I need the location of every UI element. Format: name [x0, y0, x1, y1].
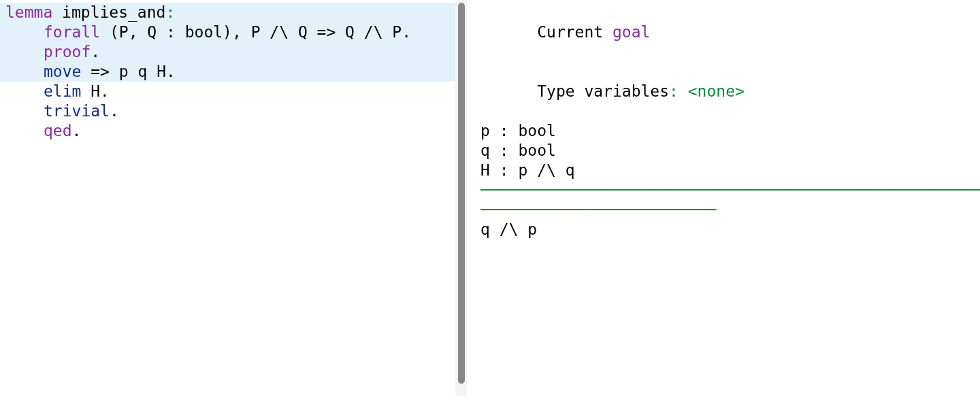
type-variables-line: Type variables: <none> [480, 62, 980, 121]
code-token: trivial [44, 102, 110, 120]
code-token: move [44, 63, 81, 80]
code-token: => p q H. [81, 63, 175, 80]
code-line-0[interactable]: lemma implies_and: [0, 3, 455, 22]
scrollbar-thumb[interactable] [458, 3, 465, 384]
editor-panel[interactable]: lemma implies_and:forall (P, Q : bool), … [0, 0, 455, 396]
code-token: : [165, 3, 175, 21]
goals-panel: Current goal Type variables: <none> p : … [467, 0, 980, 396]
goal-separator-long: ────────────────────────────────────────… [480, 180, 980, 200]
code-token: lemma [5, 3, 52, 21]
code-token: . [110, 102, 119, 120]
code-token: (P, Q : bool), P /\ Q => Q /\ P. [100, 23, 411, 41]
code-line-2[interactable]: proof. [0, 42, 455, 62]
goal-separator-short-text: ───────────────────────── [480, 201, 716, 218]
code-token: . [72, 122, 82, 139]
ide-container: lemma implies_and:forall (P, Q : bool), … [0, 0, 980, 396]
tv-label: Type variables [537, 82, 669, 100]
code-token: qed [44, 122, 72, 139]
code-token: implies_and [52, 3, 165, 21]
goals-header-current: Current [537, 23, 612, 41]
hypothesis-q: q : bool [480, 141, 980, 161]
code-line-5[interactable]: trivial. [0, 101, 455, 121]
code-token: elim [44, 82, 81, 100]
goal-separator-short: ⯈ ───────────────────────── [480, 200, 980, 220]
goals-header: Current goal [480, 3, 980, 62]
tv-value: <none> [688, 82, 745, 100]
panel-splitter[interactable] [455, 0, 467, 396]
code-line-3[interactable]: move => p q H. [0, 62, 455, 82]
code-token: H. [81, 82, 110, 100]
code-line-1[interactable]: forall (P, Q : bool), P /\ Q => Q /\ P. [0, 22, 455, 42]
hypothesis-H: H : p /\ q [480, 161, 980, 180]
code-token: . [91, 43, 100, 61]
code-line-6[interactable]: qed. [0, 121, 455, 141]
goals-header-goal: goal [612, 23, 650, 41]
code-token: forall [44, 23, 100, 41]
tv-colon: : [669, 82, 688, 100]
code-line-4[interactable]: elim H. [0, 82, 455, 101]
goal-conclusion: q /\ p [480, 220, 980, 240]
code-token: proof [44, 43, 91, 61]
hypothesis-p: p : bool [480, 121, 980, 141]
